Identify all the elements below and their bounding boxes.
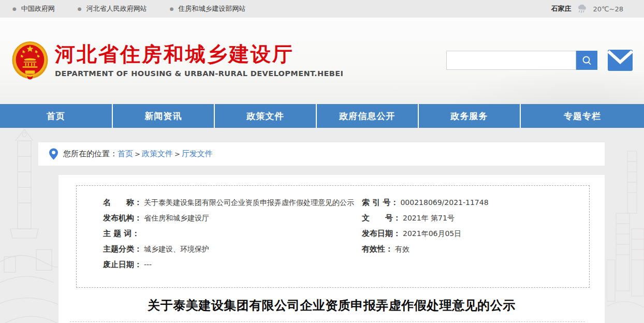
meta-row-validity: 有效性： 有效 xyxy=(362,244,589,260)
meta-value: --- xyxy=(144,260,152,269)
mail-icon xyxy=(608,50,633,71)
nav-item-label: 新闻资讯 xyxy=(145,110,182,122)
content-panel: 名 称： 关于泰美建设集团有限公司企业资质申报弄虚作假处理意见的公示 发布机构：… xyxy=(58,175,605,323)
bullet-icon: ● xyxy=(78,7,82,11)
breadcrumb-link-policy[interactable]: 政策文件 xyxy=(142,149,173,159)
page: ● 中国政府网 ● 河北省人民政府网站 ● 住房和城乡建设部网站 石家庄 20℃… xyxy=(0,0,644,323)
meta-value: 城乡建设、环境保护 xyxy=(144,245,209,254)
meta-row-category: 主题分类： 城乡建设、环境保护 xyxy=(103,244,362,260)
meta-label: 主题分类： xyxy=(103,244,142,254)
nav-item-gov-info[interactable]: 政府信息公开 xyxy=(316,104,418,128)
meta-value: 2021年 第71号 xyxy=(403,214,455,223)
top-utility-bar: ● 中国政府网 ● 河北省人民政府网站 ● 住房和城乡建设部网站 石家庄 20℃… xyxy=(0,0,644,18)
meta-label: 有效性： xyxy=(362,244,393,254)
breadcrumb-prefix: 您所在的位置： xyxy=(63,149,118,159)
meta-row-issuer: 发布机构： 省住房和城乡建设厅 xyxy=(103,213,362,229)
meta-label: 废止日期： xyxy=(103,260,142,270)
nav-item-news[interactable]: 新闻资讯 xyxy=(112,104,214,128)
topbar-link-label: 住房和城乡建设部网站 xyxy=(179,4,246,13)
breadcrumb-link-dept-docs[interactable]: 厅发文件 xyxy=(182,149,213,159)
meta-label: 文 号： xyxy=(362,213,401,223)
search-input[interactable] xyxy=(446,51,576,70)
main-nav: 首页 新闻资讯 政策文件 政府信息公开 政务服务 专题专栏 xyxy=(0,104,644,128)
site-subtitle: DEPARTMENT OF HOUSING & URBAN-RURAL DEVE… xyxy=(55,69,343,78)
national-emblem-icon xyxy=(11,40,49,80)
topbar-link-mohurd[interactable]: ● 住房和城乡建设部网站 xyxy=(170,4,246,13)
breadcrumb-separator: > xyxy=(174,150,180,158)
nav-item-label: 政府信息公开 xyxy=(340,110,396,122)
breadcrumb-separator: > xyxy=(135,150,140,158)
meta-row-title: 名 称： 关于泰美建设集团有限公司企业资质申报弄虚作假处理意见的公示 xyxy=(103,198,362,213)
breadcrumb: 您所在的位置： 首页 > 政策文件 > 厅发文件 xyxy=(38,142,605,166)
topbar-link-label: 河北省人民政府网站 xyxy=(86,4,147,13)
nav-item-label: 政策文件 xyxy=(247,110,284,122)
document-meta-box: 名 称： 关于泰美建设集团有限公司企业资质申报弄虚作假处理意见的公示 发布机构：… xyxy=(76,185,590,288)
background-sketch-right xyxy=(607,136,644,323)
location-pin-icon xyxy=(49,148,58,160)
brand-text: 河北省住房和城乡建设厅 DEPARTMENT OF HOUSING & URBA… xyxy=(55,39,343,78)
search-button[interactable] xyxy=(576,51,597,70)
weather-widget: 石家庄 20℃~28 xyxy=(551,4,623,13)
divider xyxy=(70,321,585,322)
weather-temperature: 20℃~28 xyxy=(593,5,623,13)
topbar-link-label: 中国政府网 xyxy=(21,4,55,13)
meta-label: 索 引 号： xyxy=(362,198,398,208)
meta-label: 发布日期： xyxy=(362,229,401,239)
meta-label: 发布机构： xyxy=(103,213,142,223)
nav-item-policy[interactable]: 政策文件 xyxy=(214,104,316,128)
meta-label: 主 题 词： xyxy=(103,229,139,239)
meta-value: 000218069/2021-11748 xyxy=(400,198,488,207)
meta-column-left: 名 称： 关于泰美建设集团有限公司企业资质申报弄虚作假处理意见的公示 发布机构：… xyxy=(77,198,362,275)
nav-item-label: 首页 xyxy=(47,110,65,122)
nav-item-home[interactable]: 首页 xyxy=(0,104,112,128)
meta-value: 有效 xyxy=(395,245,409,254)
meta-row-repeal-date: 废止日期： --- xyxy=(103,260,362,275)
meta-row-publish-date: 发布日期： 2021年06月05日 xyxy=(362,229,589,244)
weather-city: 石家庄 xyxy=(551,4,571,13)
article-title: 关于泰美建设集团有限公司企业资质申报弄虚作假处理意见的公示 xyxy=(58,297,605,314)
meta-value: 省住房和城乡建设厅 xyxy=(144,214,209,223)
mail-button[interactable] xyxy=(608,50,633,71)
site-brand[interactable]: 河北省住房和城乡建设厅 DEPARTMENT OF HOUSING & URBA… xyxy=(11,39,343,80)
topbar-link-hebei-gov[interactable]: ● 河北省人民政府网站 xyxy=(78,4,147,13)
bullet-icon: ● xyxy=(12,7,17,11)
nav-item-label: 政务服务 xyxy=(451,110,488,122)
bullet-icon: ● xyxy=(170,7,174,11)
meta-row-keywords: 主 题 词： xyxy=(103,229,362,244)
meta-value: 关于泰美建设集团有限公司企业资质申报弄虚作假处理意见的公示 xyxy=(144,198,354,208)
meta-row-index-number: 索 引 号： 000218069/2021-11748 xyxy=(362,198,589,213)
nav-item-services[interactable]: 政务服务 xyxy=(418,104,520,128)
meta-column-right: 索 引 号： 000218069/2021-11748 文 号： 2021年 第… xyxy=(362,198,589,275)
site-title: 河北省住房和城乡建设厅 xyxy=(55,43,343,66)
site-header: 河北省住房和城乡建设厅 DEPARTMENT OF HOUSING & URBA… xyxy=(0,18,644,104)
meta-row-doc-number: 文 号： 2021年 第71号 xyxy=(362,213,589,229)
meta-label: 名 称： xyxy=(103,198,142,208)
breadcrumb-link-home[interactable]: 首页 xyxy=(118,149,133,159)
meta-value: 2021年06月05日 xyxy=(403,229,461,239)
cloud-rain-icon xyxy=(576,5,588,13)
search-icon xyxy=(581,55,593,66)
topbar-link-gov-cn[interactable]: ● 中国政府网 xyxy=(12,4,55,13)
nav-item-special[interactable]: 专题专栏 xyxy=(520,104,644,128)
nav-item-label: 专题专栏 xyxy=(564,110,601,122)
